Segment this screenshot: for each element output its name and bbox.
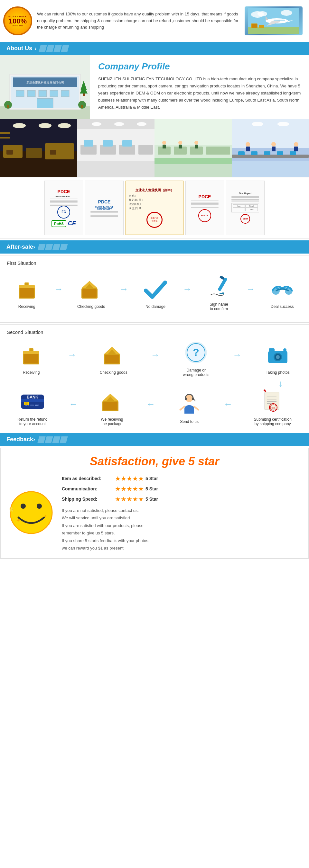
cert-table-title: Test Report bbox=[239, 192, 251, 194]
svg-rect-80 bbox=[290, 151, 296, 155]
svg-rect-78 bbox=[264, 151, 271, 155]
svg-point-120 bbox=[283, 348, 286, 351]
feedback-chevron: › bbox=[33, 436, 35, 443]
step-refund: BANK 1234 5678 9123 Return the refund to… bbox=[18, 389, 47, 426]
checking-icon-2 bbox=[101, 342, 127, 368]
ratings-block: Item as described: ★★★★★ 5 Star Communic… bbox=[62, 475, 302, 552]
guarantee-text: We can refund 100% to our customes if go… bbox=[37, 11, 240, 31]
feedback-banner[interactable]: Feedback › bbox=[0, 433, 309, 446]
feedback-line-2: We will service until you are satisfied bbox=[62, 514, 302, 522]
dealsuccess-icon bbox=[270, 276, 295, 302]
svg-rect-24 bbox=[37, 98, 53, 108]
biz-license-seal: 工商行政管理局 bbox=[146, 212, 163, 228]
svg-rect-19 bbox=[16, 90, 24, 97]
cert-lines-1 bbox=[50, 198, 78, 206]
factory-photo-1 bbox=[0, 119, 77, 177]
feedback-stripes bbox=[38, 436, 67, 443]
svg-rect-66 bbox=[163, 145, 166, 149]
step-label-damage: Damage or wrong products bbox=[183, 368, 209, 377]
svg-rect-107 bbox=[30, 348, 33, 351]
second-situation-row2: 认证 Submiting certification by shipping c… bbox=[7, 389, 302, 426]
step-label-checking-1: Checking goods bbox=[77, 304, 105, 309]
smiley-face: ✦ ✦ ⭐ ✦ bbox=[7, 489, 55, 538]
star-count-comm: 5 Star bbox=[145, 486, 158, 491]
factory-photo-4 bbox=[232, 119, 309, 177]
step-label-refund: Return the refund to your account bbox=[18, 417, 47, 426]
arrow-r2-2: ← bbox=[146, 399, 155, 409]
company-profile-section: 深圳市正帆科技发展有限公司 Company Profile SHENZHEN S… bbox=[0, 55, 309, 119]
cert-seal-3: PDCE bbox=[198, 209, 211, 222]
down-arrow-container: ↓ bbox=[7, 378, 302, 389]
svg-point-153 bbox=[21, 503, 26, 509]
svg-rect-71 bbox=[154, 158, 232, 164]
step-label-takingphotos: Taking photos bbox=[266, 370, 290, 375]
factory-photo-3 bbox=[154, 119, 232, 177]
svg-text:✦: ✦ bbox=[47, 523, 50, 526]
svg-point-40 bbox=[38, 123, 52, 128]
svg-rect-22 bbox=[50, 90, 58, 97]
svg-point-154 bbox=[37, 503, 42, 509]
arrow-r1-3: → bbox=[233, 350, 242, 360]
company-description: SHENZHEN SHI ZHENG FAN TECHNOLOGY CO.,LT… bbox=[98, 75, 303, 111]
satisfaction-section: Satisfaction, give 5 star ✦ ✦ ⭐ ✦ bbox=[0, 448, 309, 559]
svg-rect-45 bbox=[77, 161, 154, 177]
feedback-line-6: we can reward you $1 as present. bbox=[62, 545, 302, 552]
cert-pdce-1: PDCE Verification of... FC RoHS CE bbox=[45, 181, 83, 235]
svg-rect-77 bbox=[251, 151, 257, 155]
cert-icon: 认证 bbox=[260, 389, 285, 414]
svg-rect-35 bbox=[26, 148, 42, 158]
step-checking-1: Checking goods bbox=[77, 276, 105, 309]
arrow-r2-1: ← bbox=[223, 399, 232, 409]
cert-table: Test Report Item Result ... Pass CERT bbox=[226, 181, 264, 235]
after-sale-label: After-sale bbox=[6, 244, 33, 250]
svg-rect-51 bbox=[103, 140, 113, 147]
svg-text:BANK: BANK bbox=[27, 395, 38, 399]
svg-rect-93 bbox=[25, 282, 28, 285]
svg-rect-38 bbox=[50, 150, 56, 155]
after-sale-stripes bbox=[38, 244, 67, 250]
svg-point-130 bbox=[263, 390, 265, 392]
arrow-1: → bbox=[54, 284, 63, 294]
about-us-label: About Us bbox=[6, 45, 32, 52]
svg-point-41 bbox=[58, 123, 71, 128]
svg-rect-63 bbox=[206, 147, 219, 155]
svg-rect-49 bbox=[138, 145, 153, 155]
after-sale-banner[interactable]: After-sale › bbox=[0, 240, 309, 253]
svg-rect-43 bbox=[0, 137, 10, 138]
svg-rect-31 bbox=[83, 94, 85, 96]
svg-rect-137 bbox=[103, 402, 117, 410]
damage-icon: ? bbox=[183, 340, 209, 365]
svg-rect-95 bbox=[82, 289, 96, 298]
step-checking-2: Checking goods bbox=[100, 342, 128, 375]
cert-conformity: PDCE CERTIFICATE OFCONFORMITY bbox=[85, 181, 123, 235]
cert-logo-3: PDCE bbox=[199, 194, 211, 199]
svg-text:✦: ✦ bbox=[44, 514, 47, 518]
cert-title-2: CERTIFICATE OFCONFORMITY bbox=[95, 206, 113, 210]
svg-rect-90 bbox=[20, 288, 34, 298]
svg-rect-27 bbox=[7, 105, 9, 108]
about-us-banner[interactable]: About Us › bbox=[0, 42, 309, 55]
rating-label-comm: Communication: bbox=[62, 486, 113, 491]
svg-rect-79 bbox=[277, 151, 283, 155]
svg-rect-58 bbox=[154, 164, 232, 177]
business-license: 企业法人营业执照（副本） 名 称： 登 记 机 关： 法定代表人： 成 立 日 … bbox=[125, 181, 184, 235]
svg-rect-23 bbox=[61, 90, 69, 97]
svg-rect-42 bbox=[0, 132, 10, 134]
arrow-2: → bbox=[119, 284, 129, 294]
svg-point-81 bbox=[246, 142, 250, 147]
cert-table-grid: Item Result ... Pass bbox=[231, 203, 259, 212]
person-icon bbox=[176, 391, 202, 417]
svg-point-85 bbox=[294, 142, 299, 147]
ce-badge-1: CE bbox=[68, 220, 76, 227]
star-count-shipping: 5 Star bbox=[145, 496, 158, 502]
arrow-r1-2: → bbox=[151, 350, 160, 360]
about-us-chevron: › bbox=[35, 45, 36, 52]
svg-text:⭐: ⭐ bbox=[9, 507, 15, 512]
svg-rect-64 bbox=[217, 147, 230, 155]
cert-logo-2: PDCE bbox=[98, 199, 111, 205]
svg-point-56 bbox=[137, 122, 146, 126]
svg-point-87 bbox=[252, 122, 263, 126]
guarantee-section: MONEY BACK 100% GUARANTEE We can refund … bbox=[0, 0, 309, 42]
cert-lines-3 bbox=[191, 200, 219, 208]
svg-point-3 bbox=[281, 10, 292, 16]
